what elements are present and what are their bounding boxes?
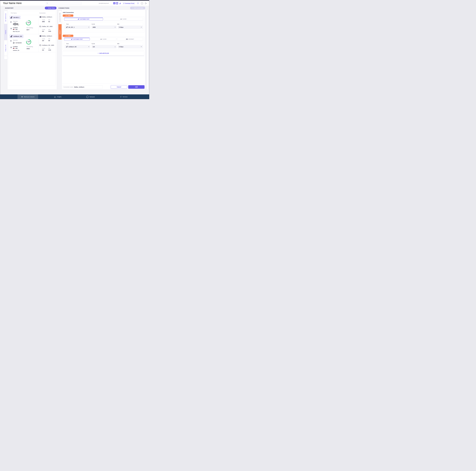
z-port-port-select[interactable]: Ashburn_DC xyxy=(65,45,90,48)
notifications-bell-icon[interactable] xyxy=(137,2,139,5)
connection-item[interactable]: Dallas_Ashburn VLAN: 110 BW: 5G xyxy=(38,34,56,43)
chevron-down-icon xyxy=(141,27,142,28)
port-name-chip[interactable]: V Ashburn_DC xyxy=(9,35,23,38)
location-pin-icon xyxy=(10,47,12,49)
inventory-card: Port Name Connection V DA-DC-1 xyxy=(7,10,57,90)
z-port-section: CUSTOMER PORT CLOUD DIA INTERNET Port VL… xyxy=(63,37,144,50)
port-icon xyxy=(66,46,68,48)
connection-name-input[interactable]: Connection name: Dallas_Ashburn xyxy=(62,86,103,88)
z-port-tab-internet[interactable]: DIA INTERNET xyxy=(117,38,143,41)
sidebar-tab-stub xyxy=(4,56,7,59)
usage-total: /10GB xyxy=(27,23,30,24)
build-network-icon xyxy=(21,96,23,98)
more-options-icon[interactable] xyxy=(141,2,143,5)
port-cell: V Ashburn_DC Operator: xyxy=(9,34,38,52)
bw-value: 2.5G xyxy=(48,31,51,32)
aws-icon: aws xyxy=(39,44,41,46)
z-port-tab-customer-port[interactable]: CUSTOMER PORT xyxy=(64,38,90,41)
usage-used: 7.5GB xyxy=(27,41,30,42)
port-field-label: Port xyxy=(66,43,69,44)
a-port-section: CUSTOMER PORT CLOUD Port VLAN BW DA_DC_1 xyxy=(63,17,144,33)
column-connection: Connection xyxy=(39,12,46,14)
page-scrollbar[interactable] xyxy=(147,10,148,90)
dc-building-value: NY7 xyxy=(27,29,29,31)
chevron-down-icon xyxy=(88,47,89,47)
z-port-bw-select[interactable]: 5 Gbps xyxy=(118,45,143,48)
port-cell: V DA-DC-1 Operator: xyxy=(9,15,38,34)
cancel-button[interactable]: Cancel xyxy=(111,85,127,89)
logout-icon[interactable] xyxy=(145,2,147,5)
a-port-port-select[interactable]: DA_DC_1 xyxy=(65,26,90,29)
port-icon xyxy=(66,26,68,28)
location-pin-icon xyxy=(10,28,12,30)
order-ports-button[interactable]: + Order Ports xyxy=(45,7,56,9)
panel-title: Add Connection xyxy=(63,12,74,13)
a-port-tab-customer-port[interactable]: CUSTOMER PORT xyxy=(64,17,103,20)
hand-cursor-icon xyxy=(17,23,19,26)
us-flag-icon xyxy=(13,29,15,30)
connections-title: CONNECTIONS xyxy=(58,7,69,9)
nav-network[interactable]: Network xyxy=(84,94,97,99)
add-button[interactable]: Add xyxy=(128,85,145,89)
svg-text:V: V xyxy=(12,35,12,36)
search-box[interactable] xyxy=(46,2,82,5)
cloud-icon xyxy=(100,39,102,40)
customer-port-icon xyxy=(78,18,79,20)
a-port-vlan-select[interactable]: 4095 xyxy=(92,26,117,29)
chevron-up-icon xyxy=(115,47,116,47)
ports-list: Port Name Connection V DA-DC-1 xyxy=(9,11,56,86)
vlan-field-label: VLAN xyxy=(92,43,95,44)
customer-port-icon xyxy=(71,39,72,40)
port-name-chip[interactable]: V DA-DC-1 xyxy=(9,16,21,19)
bar-chart-icon[interactable] xyxy=(119,2,121,5)
connections-tab-direct[interactable]: DIRECT xyxy=(58,24,62,40)
a-port-badge: “A” PORT xyxy=(63,15,73,17)
connection-item[interactable]: Dallas_Ashburn VLAN: 4095 BW: 5G xyxy=(38,15,56,24)
datacenter-icon xyxy=(40,16,41,18)
usage-donut: 7.5GB /10GB xyxy=(26,39,31,45)
sidebar-tab-public-ips[interactable]: PUBLIC IPS xyxy=(4,40,7,56)
chevron-down-icon xyxy=(115,27,116,28)
z-port-fields: Port VLAN BW Ashburn_DC 110 5 Gbps xyxy=(64,42,143,50)
z-port-vlan-select[interactable]: 110 xyxy=(92,45,117,48)
add-connection-button-disabled[interactable]: + Add Connection xyxy=(130,7,145,9)
vlan-value: 112 xyxy=(42,31,44,32)
plus-icon: + xyxy=(132,7,133,9)
port-icon: V xyxy=(10,35,13,37)
connection-cell: Dallas_Ashburn VLAN: 4095 BW: 5G aws Dal… xyxy=(38,15,56,34)
search-input[interactable] xyxy=(49,2,80,4)
nav-services[interactable]: Services xyxy=(119,94,129,99)
location-country: US xyxy=(13,47,17,49)
connection-item[interactable]: aws Ashburn_DC_AWS VLAN: 112 BW: 2.5G xyxy=(38,43,56,52)
operator-label: Operator: xyxy=(13,21,18,22)
a-port-fields: Port VLAN BW DA_DC_1 4095 5 Gbps xyxy=(64,22,143,31)
connection-item[interactable]: aws Dallas_DC_AWS VLAN: 112 BW: 2.5G xyxy=(38,24,56,34)
operator-building-icon xyxy=(10,21,12,23)
network-icon xyxy=(86,96,88,98)
sidebar-tab-my-services[interactable]: MY SERVICES xyxy=(4,11,7,24)
brand-logo: Your Name Here xyxy=(3,2,22,5)
location-label: Location xyxy=(13,46,18,47)
connections-tab-cloud-router[interactable]: CLOUD ROUTER xyxy=(58,11,62,24)
api-icon[interactable]: API xyxy=(113,2,116,4)
add-with-elan-button[interactable]: + Add with ELAN xyxy=(62,51,144,55)
z-port-badge: “Z” PORT xyxy=(63,35,73,37)
databank-logo[interactable]: DATABANK xyxy=(13,42,22,44)
vlan-value: 112 xyxy=(42,49,44,51)
connection-cell: Dallas_Ashburn VLAN: 110 BW: 5G aws Ashb… xyxy=(38,34,56,52)
app-window: Your Name Here john@enterprise1 API Deve… xyxy=(0,0,149,99)
z-port-tab-cloud[interactable]: CLOUD xyxy=(90,38,116,41)
developer-portal-button[interactable]: Developer Portal xyxy=(123,2,135,5)
dc-building-value: IAD1 xyxy=(27,48,30,50)
a-port-tab-cloud[interactable]: CLOUD xyxy=(104,17,143,20)
usage-used: 7.5GB xyxy=(27,22,30,23)
scroll-end-bar xyxy=(62,56,144,56)
nav-build-your-network[interactable]: Build your network xyxy=(17,94,38,99)
location-country: US xyxy=(13,29,17,30)
bw-value: 5G xyxy=(48,40,50,41)
operator-label: Operator: xyxy=(13,39,18,41)
nav-insights[interactable]: Insights xyxy=(53,94,63,99)
server-list-icon[interactable] xyxy=(116,2,118,4)
a-port-bw-select[interactable]: 5 Gbps xyxy=(118,26,143,29)
sidebar-tab-ports[interactable]: PORTS xyxy=(4,24,7,40)
